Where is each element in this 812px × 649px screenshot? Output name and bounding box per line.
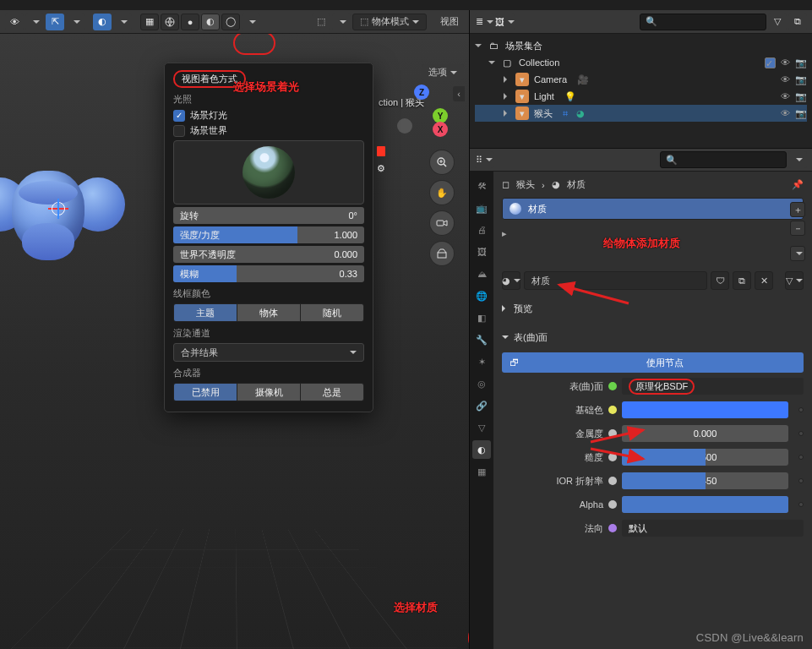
pin-icon[interactable]: 📌 bbox=[792, 179, 804, 190]
tab-constraint-icon[interactable]: 🔗 bbox=[472, 396, 491, 415]
visibility-dropdown[interactable] bbox=[25, 14, 44, 30]
scene-world-checkbox[interactable]: 场景世界 bbox=[173, 124, 364, 137]
duplicate-icon[interactable]: ⧉ bbox=[733, 271, 751, 290]
new-collection-icon[interactable]: ⧉ bbox=[788, 14, 807, 30]
select-tool-icon[interactable]: ⇱ bbox=[46, 14, 64, 30]
scene-collection-icon: 🗀 bbox=[487, 39, 500, 52]
axis-gizmo[interactable] bbox=[395, 85, 448, 137]
material-browse-icon[interactable]: ◕ bbox=[502, 271, 520, 290]
tab-render-icon[interactable]: 📺 bbox=[472, 199, 491, 217]
annotation-1: 选择场景着光 bbox=[233, 79, 299, 95]
blur-slider[interactable]: 模糊0.33 bbox=[173, 265, 364, 282]
options-dropdown[interactable]: 选项 bbox=[422, 64, 464, 80]
tab-world-icon[interactable]: 🌐 bbox=[472, 286, 491, 305]
filter-icon[interactable]: ▽ bbox=[768, 14, 787, 30]
material-node-icon: ◕ bbox=[552, 179, 560, 190]
eye-icon[interactable]: 👁 bbox=[781, 74, 790, 85]
props-type-icon[interactable]: ⠿ bbox=[475, 151, 493, 168]
alpha-slider[interactable]: 1.000 bbox=[622, 496, 788, 513]
select-dropdown[interactable] bbox=[66, 14, 84, 30]
rotate-slider[interactable]: 旋转0° bbox=[173, 207, 364, 224]
color-socket-icon[interactable] bbox=[608, 406, 617, 414]
render-pass-dropdown[interactable]: 合并结果 bbox=[173, 343, 364, 362]
node-menu-icon[interactable]: ▽ bbox=[785, 271, 804, 290]
camera-view-icon[interactable] bbox=[430, 211, 454, 235]
outliner-search-input[interactable]: 🔍 bbox=[640, 14, 766, 30]
gizmo-dropdown[interactable] bbox=[113, 14, 132, 30]
base-color-swatch[interactable] bbox=[622, 401, 788, 418]
tab-output-icon[interactable]: 🖨 bbox=[472, 221, 491, 239]
props-options-icon[interactable] bbox=[788, 151, 807, 168]
mode-selector[interactable]: ⬚物体模式 bbox=[352, 14, 427, 30]
pan-icon[interactable]: ✋ bbox=[430, 181, 454, 205]
shading-solid-icon[interactable]: ● bbox=[181, 14, 199, 30]
nodes-icon: 🗗 bbox=[502, 357, 526, 368]
shading-wire-icon[interactable] bbox=[161, 14, 179, 30]
svg-rect-7 bbox=[438, 253, 446, 258]
tab-object-icon[interactable]: ◧ bbox=[472, 308, 491, 327]
material-slot[interactable]: 材质 bbox=[502, 198, 804, 220]
slot-menu-button[interactable] bbox=[790, 246, 805, 261]
eye-icon[interactable]: 👁 bbox=[781, 57, 790, 68]
overlay-icon[interactable]: ▦ bbox=[140, 14, 159, 30]
props-search-input[interactable]: 🔍 bbox=[660, 151, 787, 168]
menu-view[interactable]: 视图 bbox=[435, 15, 464, 28]
ior-slider[interactable]: 1.450 bbox=[622, 472, 788, 489]
shading-matprev-icon[interactable]: ◐ bbox=[201, 14, 220, 30]
value-socket-icon[interactable] bbox=[608, 500, 617, 509]
add-slot-button[interactable]: ＋ bbox=[790, 202, 805, 217]
compositor-group[interactable]: 已禁用 摄像机 总是 bbox=[173, 383, 364, 401]
eye-icon[interactable]: 👁 bbox=[781, 91, 790, 101]
normal-dropdown[interactable]: 默认 bbox=[622, 520, 804, 537]
outliner-item[interactable]: Light bbox=[534, 91, 554, 101]
use-nodes-button[interactable]: 🗗使用节点 bbox=[502, 352, 804, 373]
tab-data-icon[interactable]: ▽ bbox=[472, 418, 491, 437]
gear-icon[interactable]: ⚙ bbox=[377, 163, 385, 174]
render-icon[interactable]: 📷 bbox=[795, 91, 807, 102]
toggle-visibility-icon[interactable]: 👁 bbox=[5, 14, 24, 30]
eye-icon[interactable]: 👁 bbox=[781, 108, 790, 118]
render-icon[interactable]: 📷 bbox=[795, 74, 807, 85]
tab-scene-icon[interactable]: ⛰ bbox=[472, 265, 491, 283]
world-opacity-slider[interactable]: 世界不透明度0.000 bbox=[173, 246, 364, 263]
exclude-checkbox[interactable]: ✓ bbox=[765, 57, 776, 68]
value-socket-icon[interactable] bbox=[608, 477, 617, 485]
tab-tool-icon[interactable]: 🛠 bbox=[472, 177, 491, 195]
ortho-toggle-icon[interactable] bbox=[430, 242, 454, 265]
tab-particles-icon[interactable]: ✶ bbox=[472, 352, 491, 371]
shader-dropdown[interactable]: 原理化BSDF bbox=[622, 378, 804, 395]
panel-preview[interactable]: 预览 bbox=[502, 298, 804, 319]
intensity-slider[interactable]: 强度/力度1.000 bbox=[173, 226, 364, 243]
3d-viewport[interactable]: 选项 ction | 猴头 ‹ ✋ 视图着色方式 光照 ✓场景灯光 场景世界 ⚙ bbox=[0, 34, 469, 649]
vector-socket-icon[interactable] bbox=[608, 524, 617, 532]
hdri-preview[interactable]: ⚙ bbox=[173, 140, 364, 205]
npanel-collapse[interactable]: ‹ bbox=[453, 86, 465, 101]
gizmo-toggle-icon[interactable]: ◐ bbox=[93, 14, 112, 30]
tab-texture-icon[interactable]: ▦ bbox=[472, 462, 491, 481]
material-preview-icon bbox=[510, 203, 521, 215]
editor-type-icon[interactable]: ⬚ bbox=[312, 14, 330, 30]
outliner-item[interactable]: Camera bbox=[534, 74, 567, 85]
shading-dropdown[interactable] bbox=[242, 14, 260, 30]
wire-color-group[interactable]: 主题 物体 随机 bbox=[173, 303, 364, 322]
zoom-icon[interactable] bbox=[430, 150, 454, 174]
panel-surface[interactable]: 表(曲)面 bbox=[502, 327, 804, 347]
shader-socket-icon[interactable] bbox=[608, 382, 617, 390]
outliner-type-icon[interactable]: ≣ bbox=[475, 14, 493, 30]
shading-render-icon[interactable]: ◯ bbox=[221, 14, 240, 30]
render-icon[interactable]: 📷 bbox=[795, 108, 807, 119]
3d-cursor-icon bbox=[48, 199, 68, 219]
tab-viewlayer-icon[interactable]: 🖼 bbox=[472, 243, 491, 261]
unlink-icon[interactable]: ✕ bbox=[755, 271, 773, 290]
scene-light-checkbox[interactable]: ✓场景灯光 bbox=[173, 109, 364, 122]
outliner[interactable]: 🗀场景集合 ▢Collection ✓👁📷 ▾Camera🎥 👁📷 ▾Light… bbox=[470, 34, 812, 148]
outliner-display-icon[interactable]: 🖼 bbox=[495, 14, 515, 30]
light-icon: ▾ bbox=[515, 90, 529, 103]
render-icon[interactable]: 📷 bbox=[795, 57, 807, 68]
fake-user-icon[interactable]: 🛡 bbox=[711, 271, 729, 290]
outliner-item[interactable]: 猴头 bbox=[534, 107, 553, 120]
remove-slot-button[interactable]: － bbox=[790, 221, 805, 236]
tab-material-icon[interactable]: ◐ bbox=[472, 440, 491, 459]
tab-physics-icon[interactable]: ◎ bbox=[472, 374, 491, 393]
tab-modifier-icon[interactable]: 🔧 bbox=[472, 330, 491, 349]
